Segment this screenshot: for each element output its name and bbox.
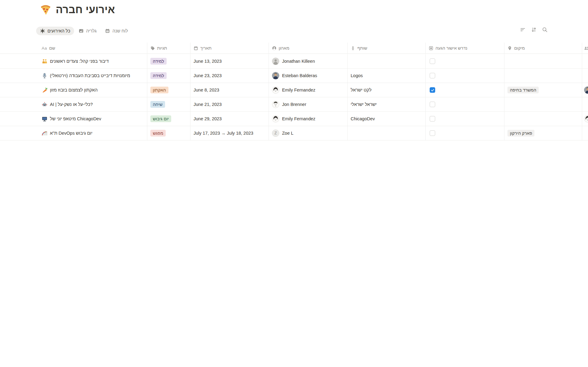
date-value: June 21, 2023	[194, 102, 222, 107]
participants-cell[interactable]	[582, 69, 588, 83]
organizer-name: Zoe L	[282, 131, 293, 136]
partner-cell[interactable]	[348, 54, 426, 68]
rsvp-cell[interactable]	[426, 54, 504, 68]
column-header-partner[interactable]: שותף	[348, 43, 426, 54]
avatar-sketch-woman	[272, 115, 279, 122]
tags-cell[interactable]: יום גיבוש	[147, 112, 190, 126]
location-cell[interactable]: המשרד בחיפה	[504, 83, 582, 97]
rsvp-checkbox[interactable]	[430, 116, 435, 122]
column-label: תאריך	[200, 46, 212, 51]
name-cell[interactable]: מיטאפ יוני של ChicagoDev	[39, 112, 147, 126]
table-row: האקתון לצמצום בזבוז מזוןהאקתוןJune 8, 20…	[0, 83, 588, 97]
avatar-sketch-man	[272, 101, 279, 108]
column-header-participants[interactable]	[582, 43, 588, 54]
tags-cell[interactable]: האקתון	[147, 83, 190, 97]
rsvp-checkbox[interactable]	[430, 58, 435, 64]
column-header-location[interactable]: מיקום	[504, 43, 582, 54]
tag-pill: שיחה	[150, 101, 165, 108]
participants-cell[interactable]	[582, 126, 588, 140]
organizer-cell[interactable]: Emily Fernandez	[269, 83, 348, 97]
organizer-cell[interactable]: Jon Brenner	[269, 97, 348, 111]
tags-cell[interactable]: שיחה	[147, 97, 190, 111]
organizer-cell[interactable]: Jonathan Killeen	[269, 54, 348, 68]
rsvp-cell[interactable]	[426, 126, 504, 140]
person-standing-icon	[351, 46, 355, 51]
partner-name: ChicagoDev	[351, 116, 375, 121]
two-people-icon	[42, 58, 47, 64]
name-cell[interactable]: האקתון לצמצום בזבוז מזון	[39, 83, 147, 97]
table-row: ת"א DevOps יום גיבושמפגשJuly 17, 2023 → …	[0, 126, 588, 140]
sort-icon[interactable]	[531, 27, 537, 33]
tab-gallery[interactable]: גלריה	[75, 27, 100, 35]
location-cell[interactable]	[504, 97, 582, 111]
date-cell[interactable]: June 21, 2023	[190, 97, 269, 111]
partner-cell[interactable]	[348, 126, 426, 140]
tag-icon	[150, 46, 155, 51]
column-header-tags[interactable]: תגיות	[147, 43, 190, 54]
pizza-page-icon[interactable]	[39, 3, 52, 16]
table-body: דיבור בפני קהל: צעדים ראשוניםלמידהJune 1…	[0, 54, 588, 140]
tab-calendar[interactable]: לוח שנה	[101, 27, 132, 35]
rsvp-checkbox[interactable]	[430, 130, 435, 136]
organizer-cell[interactable]: Emily Fernandez	[269, 112, 348, 126]
rsvp-cell[interactable]	[426, 112, 504, 126]
organizer-cell[interactable]: Esteban Balderas	[269, 69, 348, 83]
rsvp-checkbox[interactable]	[430, 87, 435, 93]
avatar-photo	[584, 86, 588, 94]
participants-cell[interactable]	[582, 83, 588, 97]
partner-cell[interactable]: ChicagoDev	[348, 112, 426, 126]
partner-cell[interactable]: Logos	[348, 69, 426, 83]
name-cell[interactable]: מיומנויות דיבייט בסביבת העבודה (וירטואלי…	[39, 69, 147, 83]
person-icon	[272, 46, 277, 51]
rsvp-cell[interactable]	[426, 97, 504, 111]
participants-cell[interactable]	[582, 97, 588, 111]
rsvp-checkbox[interactable]	[430, 73, 435, 78]
date-cell[interactable]: June 23, 2023	[190, 69, 269, 83]
tags-cell[interactable]: מפגש	[147, 126, 190, 140]
page-header: אירועי חברה	[39, 3, 115, 16]
date-cell[interactable]: June 29, 2023	[190, 112, 269, 126]
rsvp-checkbox[interactable]	[430, 102, 435, 107]
tab-all-events[interactable]: כל האירועים	[36, 27, 74, 35]
column-header-rsvp[interactable]: נדרש אישור הגעה	[426, 43, 504, 54]
table-row: דיבור בפני קהל: צעדים ראשוניםלמידהJune 1…	[0, 54, 588, 69]
column-label: נדרש אישור הגעה	[435, 46, 467, 51]
search-icon[interactable]	[542, 27, 548, 33]
column-header-organizer[interactable]: מארגן	[269, 43, 348, 54]
location-cell[interactable]	[504, 54, 582, 68]
partner-cell[interactable]: לקט ישראל	[348, 83, 426, 97]
location-pill: פארק הירקון	[507, 130, 534, 137]
location-cell[interactable]: פארק הירקון	[504, 126, 582, 140]
organizer-name: Emily Fernandez	[282, 116, 315, 121]
date-cell[interactable]: June 13, 2023	[190, 54, 269, 68]
name-cell[interactable]: ת"א DevOps יום גיבוש	[39, 126, 147, 140]
tags-cell[interactable]: למידה	[147, 54, 190, 68]
date-cell[interactable]: June 8, 2023	[190, 83, 269, 97]
date-cell[interactable]: July 17, 2023 → July 18, 2023	[190, 126, 269, 140]
partner-cell[interactable]: ישראל ישראלי	[348, 97, 426, 111]
event-name: דיבור בפני קהל: צעדים ראשונים	[50, 59, 109, 64]
participants-cell[interactable]	[582, 54, 588, 68]
location-cell[interactable]	[504, 112, 582, 126]
page-title[interactable]: אירועי חברה	[56, 3, 115, 16]
column-label: שותף	[357, 46, 367, 51]
tags-cell[interactable]: למידה	[147, 69, 190, 83]
date-value: June 13, 2023	[194, 59, 222, 64]
organizer-cell[interactable]: ZZoe L	[269, 126, 348, 140]
organizer-name: Esteban Balderas	[282, 73, 317, 78]
column-header-date[interactable]: תאריך	[190, 43, 269, 54]
location-cell[interactable]	[504, 69, 582, 83]
asterisk-icon	[40, 28, 45, 33]
rsvp-cell[interactable]	[426, 69, 504, 83]
rsvp-cell[interactable]	[426, 83, 504, 97]
partner-name: ישראל ישראלי	[351, 102, 377, 107]
column-header-name[interactable]: Aaשם	[39, 43, 147, 54]
text-property-icon: Aa	[42, 46, 47, 51]
event-name: האקתון לצמצום בזבוז מזון	[50, 88, 98, 92]
table-header: Aaשםתגיותתאריךמארגןשותףנדרש אישור הגעהמי…	[0, 43, 588, 54]
tag-pill: למידה	[150, 72, 167, 79]
filter-icon[interactable]	[520, 27, 526, 33]
participants-cell[interactable]	[582, 112, 588, 126]
name-cell[interactable]: דיבור בפני קהל: צעדים ראשונים	[39, 54, 147, 68]
name-cell[interactable]: AI | כלי-על או נשק-על?	[39, 97, 147, 111]
